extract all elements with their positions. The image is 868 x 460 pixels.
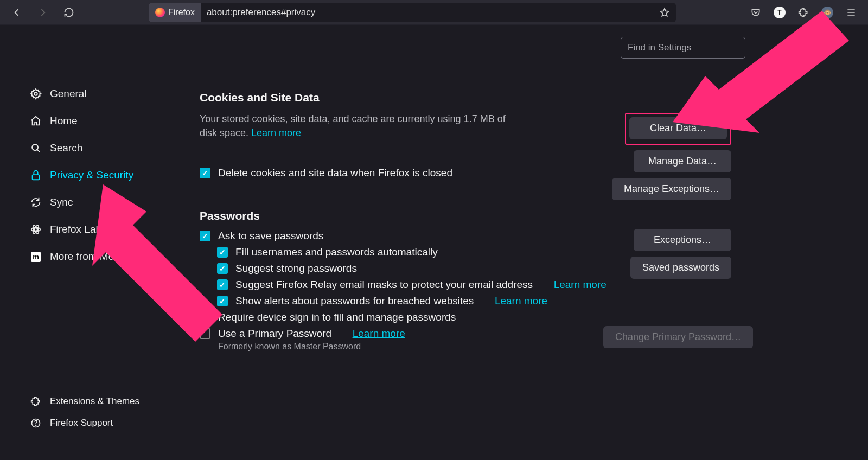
search-icon	[29, 142, 42, 154]
sidebar-item-more-mozilla[interactable]: m More from Mozilla	[0, 243, 179, 270]
extensions-icon[interactable]	[792, 3, 815, 22]
svg-point-1	[32, 144, 38, 150]
forward-button[interactable]	[31, 3, 54, 22]
bookmark-star-icon[interactable]	[655, 3, 674, 22]
sidebar-item-label: Firefox Labs	[50, 223, 107, 235]
gear-icon	[29, 88, 42, 100]
identity-chip[interactable]: Firefox	[149, 3, 201, 22]
sidebar-item-label: Firefox Support	[50, 418, 113, 429]
checkbox-label: Use a Primary Password	[218, 328, 331, 340]
settings-sidebar: General Home Search Privacy & Security S…	[0, 25, 179, 460]
checkbox-ask-save[interactable]: Ask to save passwords	[200, 230, 644, 242]
checkbox-label: Suggest Firefox Relay email masks to pro…	[235, 279, 533, 291]
pocket-icon[interactable]	[744, 3, 767, 22]
section-heading: Cookies and Site Data	[200, 91, 644, 104]
sidebar-item-search[interactable]: Search	[0, 135, 179, 162]
back-button[interactable]	[5, 3, 28, 22]
change-primary-password-button[interactable]: Change Primary Password…	[603, 326, 753, 348]
checkbox-icon	[217, 247, 228, 258]
svg-point-8	[36, 425, 36, 426]
checkbox-label: Delete cookies and site data when Firefo…	[218, 167, 452, 179]
checkbox-label: Show alerts about passwords for breached…	[235, 295, 474, 307]
app-menu-icon[interactable]	[840, 3, 863, 22]
checkbox-require-signin[interactable]: Require device sign in to fill and manag…	[200, 311, 644, 323]
learn-more-link[interactable]: Learn more	[353, 328, 405, 340]
checkbox-suggest-strong[interactable]: Suggest strong passwords	[217, 263, 644, 274]
avatar-initial: T	[777, 9, 781, 16]
checkbox-icon	[217, 279, 228, 290]
sync-icon	[29, 196, 42, 208]
svg-point-3	[34, 228, 37, 231]
sidebar-item-label: Privacy & Security	[50, 169, 133, 181]
sidebar-item-home[interactable]: Home	[0, 107, 179, 135]
checkbox-label: Require device sign in to fill and manag…	[218, 311, 456, 323]
sidebar-item-label: Extensions & Themes	[50, 396, 139, 407]
home-icon	[29, 115, 42, 127]
checkbox-delete-on-close[interactable]: Delete cookies and site data when Firefo…	[200, 167, 644, 179]
sidebar-item-label: More from Mozilla	[50, 251, 132, 263]
checkbox-icon	[200, 312, 210, 323]
checkbox-icon	[200, 168, 210, 178]
sidebar-item-firefox-labs[interactable]: Firefox Labs	[0, 216, 179, 243]
checkbox-relay-masks[interactable]: Suggest Firefox Relay email masks to pro…	[217, 279, 644, 291]
puzzle-icon	[29, 396, 42, 407]
sidebar-item-sync[interactable]: Sync	[0, 189, 179, 216]
section-passwords: Passwords Ask to save passwords Fill use…	[200, 209, 644, 352]
url-text: about:preferences#privacy	[201, 7, 655, 18]
sidebar-item-label: Search	[50, 142, 82, 154]
settings-main: Cookies and Site Data Your stored cookie…	[179, 25, 868, 460]
sidebar-footer: Extensions & Themes Firefox Support	[0, 391, 179, 460]
sidebar-item-privacy[interactable]: Privacy & Security	[0, 162, 179, 189]
highlight-clear-data: Clear Data…	[625, 113, 731, 145]
tampermonkey-icon[interactable]: 🐵	[816, 3, 839, 22]
password-exceptions-button[interactable]: Exceptions…	[634, 229, 731, 251]
svg-rect-2	[33, 175, 40, 180]
identity-label: Firefox	[168, 8, 195, 17]
cookies-button-stack: Clear Data… Manage Data… Manage Exceptio…	[612, 113, 731, 200]
learn-more-link[interactable]: Learn more	[554, 279, 607, 291]
checkbox-icon	[217, 296, 228, 306]
firefox-logo-icon	[155, 8, 165, 17]
svg-point-0	[34, 92, 37, 95]
saved-passwords-button[interactable]: Saved passwords	[630, 257, 731, 279]
checkbox-label: Suggest strong passwords	[235, 263, 357, 274]
section-cookies: Cookies and Site Data Your stored cookie…	[200, 91, 644, 179]
mozilla-icon: m	[29, 252, 42, 262]
manage-data-button[interactable]: Manage Data…	[634, 150, 731, 173]
search-input[interactable]	[621, 37, 745, 59]
passwords-button-stack: Exceptions… Saved passwords	[630, 229, 731, 279]
url-bar[interactable]: Firefox about:preferences#privacy	[149, 3, 676, 22]
checkbox-breach-alerts[interactable]: Show alerts about passwords for breached…	[217, 295, 644, 307]
browser-toolbar: Firefox about:preferences#privacy T 🐵	[0, 0, 868, 25]
reload-button[interactable]	[58, 3, 80, 22]
checkbox-primary-password[interactable]: Use a Primary Password Learn more	[200, 328, 644, 340]
sidebar-item-label: General	[50, 88, 87, 100]
learn-more-link[interactable]: Learn more	[251, 127, 301, 138]
section-heading: Passwords	[200, 209, 644, 222]
labs-icon	[29, 223, 42, 235]
manage-exceptions-button[interactable]: Manage Exceptions…	[612, 178, 731, 200]
sidebar-item-general[interactable]: General	[0, 80, 179, 107]
checkbox-icon	[200, 328, 210, 339]
toolbar-right-icons: T 🐵	[744, 3, 863, 22]
help-icon	[29, 418, 42, 429]
checkbox-icon	[217, 263, 228, 274]
learn-more-link[interactable]: Learn more	[495, 295, 547, 307]
primary-password-sublabel: Formerly known as Master Password	[218, 342, 644, 352]
cookies-description: Your stored cookies, site data, and cach…	[200, 112, 525, 140]
avatar: T	[774, 7, 786, 18]
account-icon[interactable]: T	[768, 3, 791, 22]
checkbox-fill-auto[interactable]: Fill usernames and passwords automatical…	[217, 246, 644, 258]
checkbox-label: Fill usernames and passwords automatical…	[235, 246, 438, 258]
sidebar-item-firefox-support[interactable]: Firefox Support	[0, 412, 179, 434]
sidebar-item-extensions-themes[interactable]: Extensions & Themes	[0, 391, 179, 412]
checkbox-label: Ask to save passwords	[218, 230, 323, 242]
sidebar-item-label: Home	[50, 115, 78, 127]
lock-icon	[29, 169, 42, 181]
checkbox-icon	[200, 231, 210, 241]
clear-data-button[interactable]: Clear Data…	[629, 117, 727, 139]
sidebar-item-label: Sync	[50, 196, 73, 208]
